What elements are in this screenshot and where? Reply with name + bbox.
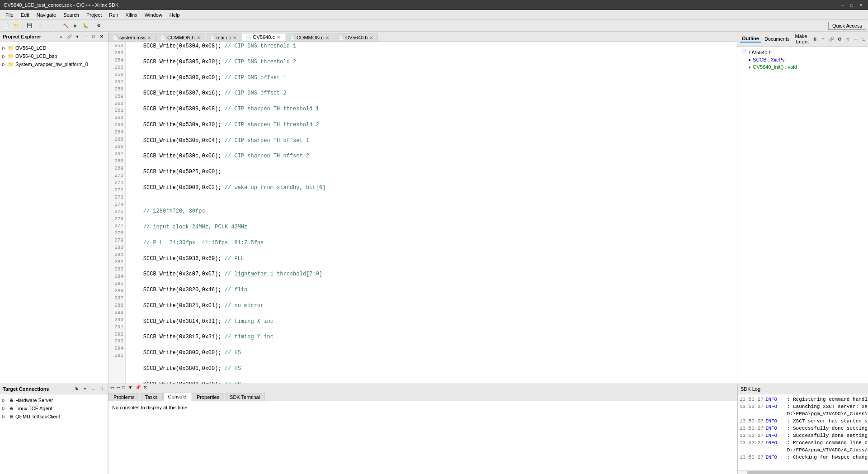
code-line: SCCB_Write(0x530b,0x04); // CIP sharpen …: [129, 137, 733, 145]
menu-edit[interactable]: Edit: [17, 11, 33, 19]
maximize-outline-icon[interactable]: □: [860, 35, 868, 43]
tab-common-c[interactable]: 📄 COMMON.c ✕: [286, 33, 334, 41]
target-qemu[interactable]: ▷ 🖥 QEMU TcfGdbClient: [0, 412, 108, 421]
menu-file[interactable]: File: [2, 11, 17, 19]
tree-item-ov5640-lcd-bsp[interactable]: ▷ 📁 OV5640_LCD_bsp: [0, 52, 108, 60]
tab-close-icon[interactable]: ✕: [326, 35, 329, 40]
menu-xilinx[interactable]: Xilinx: [122, 11, 141, 19]
scrollbar-thumb[interactable]: [747, 471, 868, 474]
tree-item-ov5640-lcd[interactable]: ▷ 📁 OV5640_LCD: [0, 44, 108, 52]
tab-main-c[interactable]: 📄 main.c ✕: [206, 33, 241, 41]
menu-help[interactable]: Help: [166, 11, 184, 19]
new-btn[interactable]: 📄: [2, 21, 11, 30]
sep1: [23, 22, 23, 29]
minimize-outline-icon[interactable]: ─: [852, 35, 859, 43]
build-btn[interactable]: 🔨: [61, 21, 70, 30]
tab-console[interactable]: Console: [163, 393, 191, 401]
tab-label: COMMON.h: [167, 35, 195, 40]
collapse-all-icon[interactable]: ≡: [57, 33, 65, 40]
minimize-console-icon[interactable]: ─: [117, 385, 120, 390]
tab-properties[interactable]: Properties: [192, 393, 224, 401]
code-line: SCCB_Write(0x3815,0x31); // timing Y inc: [129, 333, 733, 341]
minimize-button[interactable]: ─: [839, 1, 846, 9]
code-line: SCCB_Write(0x5306,0x00); // CIP DNS offs…: [129, 74, 733, 82]
console-toolbar: ⇔ ─ □ ▼ 📌 ✕: [108, 384, 737, 391]
minimize-icon[interactable]: ─: [90, 385, 97, 393]
pin-icon[interactable]: 📌: [135, 385, 141, 390]
maximize-button[interactable]: □: [848, 1, 855, 9]
close-panel-icon[interactable]: ✕: [98, 33, 105, 40]
debug-btn[interactable]: 🐛: [81, 21, 90, 30]
title-bar: OV5640_LCD_test_conect.sdk - C/C++ - Xil…: [0, 0, 868, 10]
tab-system-mss[interactable]: 📄 system.mss ✕: [108, 33, 156, 41]
outline-item-sccb[interactable]: ● SCCB : XiicPs: [739, 56, 866, 63]
log-message: : XSCT server has started successfully.: [787, 418, 868, 425]
menu-navigate[interactable]: Navigate: [33, 11, 60, 19]
filter-icon[interactable]: ≡: [820, 35, 827, 43]
menu-project[interactable]: Project: [83, 11, 105, 19]
settings-btn[interactable]: ⚙: [94, 21, 103, 30]
forward-btn[interactable]: →: [48, 21, 57, 30]
sort-icon[interactable]: ⇅: [811, 35, 819, 43]
close-icon[interactable]: ✕: [143, 385, 147, 390]
code-line: SCCB_Write(0x5025,0x00);: [129, 168, 733, 176]
target-linux-tcf[interactable]: ▷ 🖥 Linux TCF Agent: [0, 404, 108, 412]
back-btn[interactable]: ←: [38, 21, 47, 30]
tab-common-h[interactable]: 📄 COMMON.h ✕: [156, 33, 205, 41]
tab-problems[interactable]: Problems: [108, 393, 139, 401]
outline-item-init[interactable]: ● OV5640_Init() : void: [739, 63, 866, 71]
tab-documents[interactable]: Documents: [763, 36, 792, 42]
log-time: 13:53:27: [740, 432, 764, 440]
code-line: SCCB_Write(0x3820,0x46); // flip: [129, 286, 733, 294]
window-controls: ─ □ ✕: [839, 1, 864, 9]
sdk-log-scrollbar[interactable]: [738, 470, 868, 474]
menu-search[interactable]: Search: [60, 11, 83, 19]
refresh-icon[interactable]: ↻: [73, 385, 80, 393]
tab-close-icon[interactable]: ✕: [277, 35, 280, 40]
menu-run[interactable]: Run: [105, 11, 122, 19]
quick-access-button[interactable]: Quick Access: [828, 22, 866, 30]
add-icon[interactable]: +: [81, 385, 89, 393]
tree-item-system-wrapper[interactable]: ▷ 📁 System_wrapper_hw_platform_0: [0, 60, 108, 68]
run-btn[interactable]: ▶: [71, 21, 80, 30]
tab-outline[interactable]: Outline: [740, 35, 761, 43]
tab-close-icon[interactable]: ✕: [369, 35, 373, 40]
save-btn[interactable]: 💾: [25, 21, 34, 30]
tree-arrow-icon: ▷: [0, 61, 7, 68]
log-message: : Successfully done setting XSCT server …: [787, 425, 868, 432]
tab-sdk-terminal[interactable]: SDK Terminal: [225, 393, 265, 401]
link-editor-icon[interactable]: 🔗: [66, 33, 73, 40]
new-menu-icon[interactable]: ▼: [74, 33, 81, 40]
tab-make-target[interactable]: Make Target: [793, 33, 811, 45]
tab-ov5640-c[interactable]: 📄 OV5640.c ✕: [242, 33, 285, 41]
maximize-panel-icon[interactable]: □: [90, 33, 97, 40]
sdk-log-panel: SDK Log 💾 🗑 ─ □ 13:53:27 INFO : Register…: [737, 384, 868, 474]
minimize-panel-icon[interactable]: ─: [82, 33, 89, 40]
close-button[interactable]: ✕: [857, 1, 864, 9]
tree-arrow-icon: ▷: [0, 44, 7, 52]
maximize-view-icon[interactable]: □: [123, 385, 125, 390]
tree-arrow-icon: ▷: [0, 397, 7, 404]
code-editor[interactable]: SCCB_Write(0x5304,0x08); // CIP DNS thre…: [126, 42, 737, 384]
menu-window[interactable]: Window: [141, 11, 166, 19]
tab-label: Problems: [113, 394, 134, 400]
tab-tasks[interactable]: Tasks: [140, 393, 162, 401]
tab-ov5640-h[interactable]: 📄 OV5640.h ✕: [335, 33, 378, 41]
log-time: 13:53:27: [740, 440, 764, 454]
tab-label: Properties: [197, 394, 219, 400]
tab-close-icon[interactable]: ✕: [233, 35, 236, 40]
link-icon[interactable]: 🔗: [828, 35, 835, 43]
project-explorer-panel: Project Explorer ≡ 🔗 ▼ ─ □ ✕ ▷ 📁 OV5640_…: [0, 32, 108, 384]
options-icon[interactable]: ▼: [128, 385, 132, 390]
open-btn[interactable]: 📁: [12, 21, 21, 30]
maximize-console-icon[interactable]: ⇔: [110, 385, 114, 390]
collapse-icon[interactable]: ☆: [844, 35, 851, 43]
editor-tabs: 📄 system.mss ✕ 📄 COMMON.h ✕ 📄 main.c ✕ 📄…: [108, 32, 737, 42]
tab-close-icon[interactable]: ✕: [197, 35, 200, 40]
tab-close-icon[interactable]: ✕: [147, 35, 151, 40]
outline-item-file[interactable]: 📄 OV5640.h: [739, 48, 866, 56]
target-hardware-server[interactable]: ▷ 🖥 Hardware Server: [0, 396, 108, 404]
settings-icon[interactable]: ⚙: [836, 35, 843, 43]
tree-label: Hardware Server: [15, 398, 53, 403]
maximize-icon[interactable]: □: [98, 385, 105, 393]
